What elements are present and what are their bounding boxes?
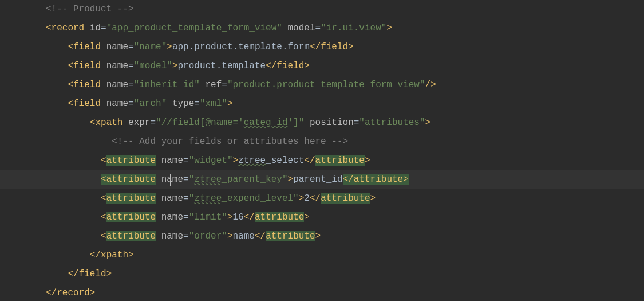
code-line[interactable]: <record id="app_product_template_form_vi…: [46, 19, 644, 38]
code-line[interactable]: </field>: [46, 265, 644, 284]
code-line[interactable]: <field name="arch" type="xml">: [46, 95, 644, 114]
tag-attribute: attribute: [106, 155, 156, 166]
tag-attribute: attribute: [106, 193, 156, 204]
xml-comment: <!-- Product -->: [46, 4, 134, 14]
code-line[interactable]: <attribute name="widget">ztree_select</a…: [46, 151, 644, 170]
code-line[interactable]: <!-- Product -->: [46, 0, 644, 19]
code-line[interactable]: <!-- Add your fields or attributes here …: [46, 132, 644, 151]
code-line[interactable]: <field name="name">app.product.template.…: [46, 38, 644, 57]
code-line[interactable]: <attribute name="order">name</attribute>: [46, 227, 644, 246]
code-line[interactable]: </record>: [46, 284, 644, 301]
code-line[interactable]: <attribute name="ztree_expend_level">2</…: [46, 189, 644, 208]
tag-xpath: xpath: [95, 118, 123, 128]
tag-attribute: attribute: [106, 174, 156, 185]
xml-comment: <!-- Add your fields or attributes here …: [112, 136, 348, 147]
code-editor[interactable]: <!-- Product --> <record id="app_product…: [0, 0, 644, 301]
tag-attribute: attribute: [106, 212, 156, 222]
tag-attribute: attribute: [106, 231, 156, 241]
code-line[interactable]: <attribute name="limit">16</attribute>: [46, 208, 644, 227]
tag-record: record: [52, 23, 85, 33]
code-line[interactable]: </xpath>: [46, 246, 644, 265]
code-line[interactable]: <xpath expr="//field[@name='categ_id']" …: [46, 114, 644, 132]
code-line[interactable]: <attribute name="ztree_parent_key">paren…: [46, 170, 644, 189]
text-cursor: [170, 174, 171, 186]
tag-field: field: [73, 42, 101, 52]
code-line[interactable]: <field name="model">product.template</fi…: [46, 57, 644, 76]
code-line[interactable]: <field name="inherit_id" ref="product.pr…: [46, 76, 644, 95]
